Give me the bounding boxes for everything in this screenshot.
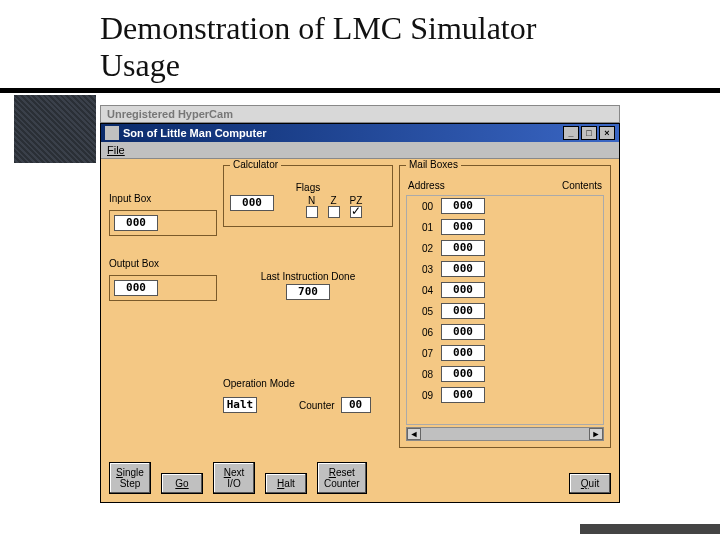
mailbox-contents-field[interactable]: 000 <box>441 282 485 298</box>
screenshot-container: Unregistered HyperCam Son of Little Man … <box>100 105 620 503</box>
next-io-button[interactable]: NextI/O <box>213 462 255 494</box>
reset-counter-button[interactable]: ResetCounter <box>317 462 367 494</box>
mailbox-address: 09 <box>409 390 433 401</box>
mailbox-row[interactable]: 02000 <box>409 240 601 256</box>
mailbox-row[interactable]: 07000 <box>409 345 601 361</box>
titlebar[interactable]: Son of Little Man Computer _ □ × <box>101 124 619 142</box>
mailbox-address: 05 <box>409 306 433 317</box>
slide-title: Demonstration of LMC Simulator Usage <box>0 0 720 88</box>
mailbox-contents-field[interactable]: 000 <box>441 366 485 382</box>
mailbox-contents-field[interactable]: 000 <box>441 324 485 340</box>
output-box-field: 000 <box>114 280 158 296</box>
slide-footer-bar <box>580 524 720 534</box>
minimize-button[interactable]: _ <box>563 126 579 140</box>
calculator-group: Calculator Flags 000 N Z <box>223 165 393 227</box>
halt-button[interactable]: Halt <box>265 473 307 494</box>
mailbox-address: 00 <box>409 201 433 212</box>
flag-n-label: N <box>306 195 318 206</box>
counter-label: Counter <box>299 400 335 411</box>
decorative-corner-block <box>14 95 96 163</box>
app-window: Son of Little Man Computer _ □ × File In… <box>100 123 620 503</box>
calculator-field[interactable]: 000 <box>230 195 274 211</box>
mailbox-contents-field[interactable]: 000 <box>441 261 485 277</box>
mail-header-address: Address <box>408 180 445 191</box>
mailboxes-list[interactable]: 0000001000020000300004000050000600007000… <box>406 195 604 425</box>
mailbox-contents-field[interactable]: 000 <box>441 198 485 214</box>
mailbox-row[interactable]: 00000 <box>409 198 601 214</box>
scroll-left-button[interactable]: ◄ <box>407 428 421 440</box>
go-button[interactable]: Go <box>161 473 203 494</box>
menubar: File <box>101 142 619 159</box>
mailbox-address: 04 <box>409 285 433 296</box>
input-box-field[interactable]: 000 <box>114 215 158 231</box>
mailbox-address: 07 <box>409 348 433 359</box>
mailbox-row[interactable]: 01000 <box>409 219 601 235</box>
mailbox-contents-field[interactable]: 000 <box>441 387 485 403</box>
mailbox-row[interactable]: 09000 <box>409 387 601 403</box>
mailbox-address: 08 <box>409 369 433 380</box>
last-instruction-field: 700 <box>286 284 330 300</box>
mailbox-address: 01 <box>409 222 433 233</box>
close-button[interactable]: × <box>599 126 615 140</box>
quit-button[interactable]: Quit <box>569 473 611 494</box>
flags-group-label: Flags <box>230 182 386 193</box>
scroll-right-button[interactable]: ► <box>589 428 603 440</box>
mailbox-row[interactable]: 04000 <box>409 282 601 298</box>
flag-pz-checkbox[interactable] <box>350 206 362 218</box>
title-underline <box>0 88 720 93</box>
maximize-button[interactable]: □ <box>581 126 597 140</box>
operation-mode-field: Halt <box>223 397 257 413</box>
flag-z-checkbox[interactable] <box>328 206 340 218</box>
mailboxes-hscroll[interactable]: ◄ ► <box>406 427 604 441</box>
window-title: Son of Little Man Computer <box>123 127 267 139</box>
mailbox-row[interactable]: 06000 <box>409 324 601 340</box>
mailbox-row[interactable]: 05000 <box>409 303 601 319</box>
mail-header-contents: Contents <box>562 180 602 191</box>
mailbox-address: 06 <box>409 327 433 338</box>
mailbox-contents-field[interactable]: 000 <box>441 303 485 319</box>
hypercam-watermark: Unregistered HyperCam <box>100 105 620 123</box>
operation-mode-label: Operation Mode <box>223 378 295 389</box>
mailboxes-group: Mail Boxes Address Contents 000000100002… <box>399 165 611 448</box>
single-step-button[interactable]: SingleStep <box>109 462 151 494</box>
output-box-label: Output Box <box>109 258 217 269</box>
counter-field[interactable]: 00 <box>341 397 371 413</box>
mailbox-row[interactable]: 08000 <box>409 366 601 382</box>
mailboxes-group-label: Mail Boxes <box>406 159 461 170</box>
last-instruction-label: Last Instruction Done <box>223 271 393 282</box>
input-box-label: Input Box <box>109 193 217 204</box>
mailbox-contents-field[interactable]: 000 <box>441 219 485 235</box>
mailbox-row[interactable]: 03000 <box>409 261 601 277</box>
mailbox-address: 02 <box>409 243 433 254</box>
app-icon <box>105 126 119 140</box>
mailbox-contents-field[interactable]: 000 <box>441 345 485 361</box>
flag-z-label: Z <box>328 195 340 206</box>
mailbox-address: 03 <box>409 264 433 275</box>
button-row: SingleStep Go NextI/O Halt ResetCounter … <box>101 456 619 502</box>
mailbox-contents-field[interactable]: 000 <box>441 240 485 256</box>
flag-n-checkbox[interactable] <box>306 206 318 218</box>
menu-file[interactable]: File <box>107 144 125 156</box>
calculator-group-label: Calculator <box>230 159 281 170</box>
